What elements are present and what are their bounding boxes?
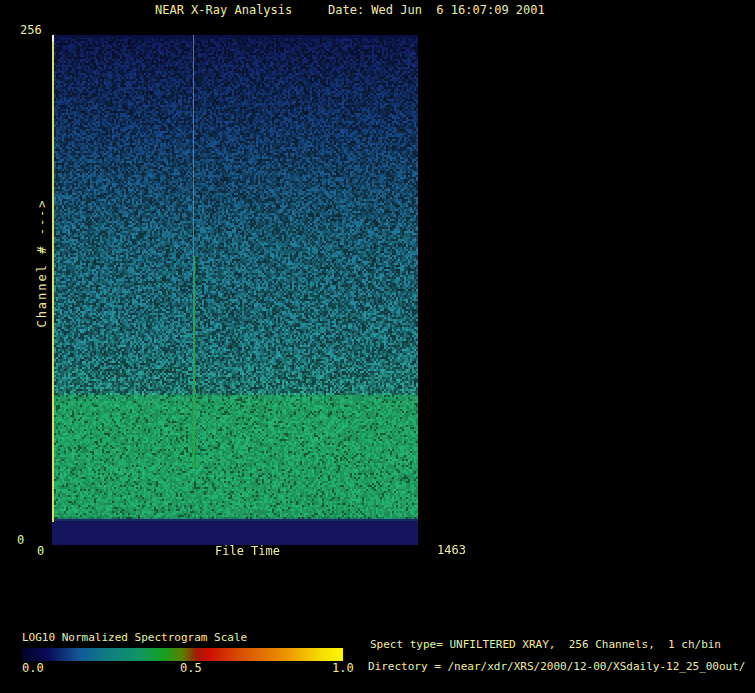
app-window: NEAR X-Ray Analysis Date: Wed Jun 6 16:0… <box>0 0 755 693</box>
x-axis-max-label: 1463 <box>437 544 466 557</box>
date-label: Date: Wed Jun 6 16:07:09 2001 <box>328 4 545 17</box>
colorbar-tick-mid: 0.5 <box>180 662 202 675</box>
spect-type-text: Spect type= UNFILTERED XRAY, 256 Channel… <box>370 639 721 651</box>
y-axis-title: Channel # ---> <box>35 190 49 336</box>
x-axis-title: File Time <box>215 545 280 558</box>
colorbar-tick-max: 1.0 <box>332 662 354 675</box>
spectrogram-canvas <box>52 35 418 545</box>
page-title: NEAR X-Ray Analysis <box>155 4 292 17</box>
x-axis-min-label: 0 <box>37 545 44 558</box>
colorbar-gradient <box>22 648 343 661</box>
y-axis-max-label: 256 <box>20 24 42 37</box>
colorbar-tick-min: 0.0 <box>22 662 44 675</box>
directory-text: Directory = /near/xdr/XRS/2000/12-00/XSd… <box>368 661 746 673</box>
colorbar-title: LOG10 Normalized Spectrogram Scale <box>22 632 247 644</box>
y-axis-min-label: 0 <box>17 534 24 547</box>
